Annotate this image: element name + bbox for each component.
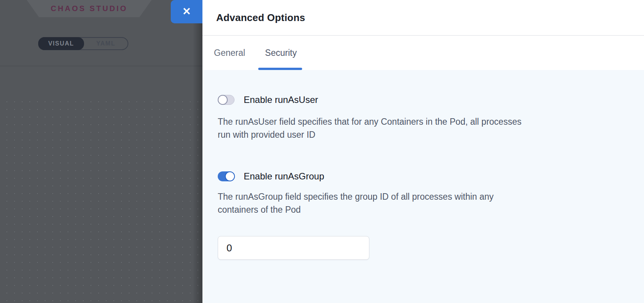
- run-as-user-description-line2: run with provided user ID: [218, 128, 600, 141]
- chaos-studio-logo-banner: CHAOS STUDIO: [27, 0, 152, 17]
- advanced-options-drawer: Advanced Options General Security Enable…: [202, 0, 644, 303]
- toggle-knob: [225, 171, 235, 181]
- tab-general-label: General: [214, 48, 245, 58]
- yaml-tab[interactable]: YAML: [84, 38, 128, 49]
- run-as-group-row: Enable runAsGroup: [218, 171, 629, 182]
- run-as-group-label: Enable runAsGroup: [244, 171, 324, 182]
- security-tab-panel: Enable runAsUser The runAsUser field spe…: [202, 70, 644, 303]
- drawer-tab-bar: General Security: [202, 36, 644, 70]
- run-as-user-description: The runAsUser field specifies that for a…: [218, 115, 600, 141]
- close-icon: ✕: [182, 7, 191, 17]
- tab-security-label: Security: [265, 48, 297, 58]
- visual-tab-label: VISUAL: [48, 40, 74, 47]
- run-as-user-description-line1: The runAsUser field specifies that for a…: [218, 115, 600, 128]
- run-as-group-toggle[interactable]: [218, 171, 235, 181]
- tab-security[interactable]: Security: [265, 36, 297, 70]
- canvas-toolbar-divider: [0, 66, 202, 66]
- run-as-group-value-input[interactable]: [218, 236, 369, 260]
- run-as-group-description-line1: The runAsGroup field specifies the group…: [218, 190, 600, 203]
- toggle-knob: [218, 95, 228, 105]
- run-as-group-description: The runAsGroup field specifies the group…: [218, 190, 600, 216]
- run-as-user-row: Enable runAsUser: [218, 94, 629, 105]
- workflow-dot-grid-canvas[interactable]: [0, 96, 202, 303]
- visual-tab[interactable]: VISUAL: [38, 37, 84, 50]
- chaos-studio-logo-text: CHAOS STUDIO: [51, 4, 128, 13]
- drawer-title: Advanced Options: [216, 12, 305, 24]
- yaml-tab-label: YAML: [96, 40, 115, 47]
- visual-yaml-toggle[interactable]: VISUAL YAML: [38, 37, 128, 50]
- chaos-studio-canvas: CHAOS STUDIO VISUAL YAML: [0, 0, 202, 303]
- drawer-close-button[interactable]: ✕: [171, 0, 202, 23]
- run-as-group-description-line2: containers of the Pod: [218, 203, 600, 216]
- tab-active-underline: [258, 68, 302, 70]
- drawer-header: Advanced Options: [202, 0, 644, 36]
- tab-general[interactable]: General: [214, 36, 245, 70]
- run-as-user-label: Enable runAsUser: [244, 94, 318, 105]
- run-as-user-toggle[interactable]: [218, 95, 235, 105]
